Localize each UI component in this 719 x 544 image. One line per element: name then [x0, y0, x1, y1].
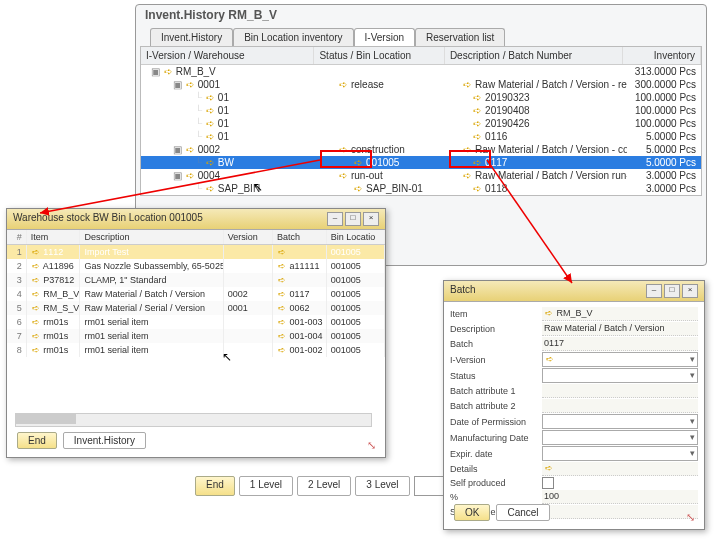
batch-field: DescriptionRaw Material / Batch / Versio… [450, 322, 698, 336]
warehouse-stock-window: Warehouse stock BW Bin Location 001005 –… [6, 208, 386, 458]
batch-field: Batch attribute 1 [450, 384, 698, 398]
warehouse-row[interactable]: 2➪ A11896Gas Nozzle Subassembly, 65-5025… [7, 259, 385, 273]
batch-field: Expir. date ▾ [450, 446, 698, 461]
dropdown-icon: ▾ [690, 416, 695, 426]
warehouse-row[interactable]: 7➪ rm01srm01 serial item➪ 001-004001005 [7, 329, 385, 343]
field-value: 100 [542, 490, 698, 504]
maximize-icon[interactable]: □ [345, 212, 361, 226]
batch-field: I-Version➪ 0002 ▾ [450, 352, 698, 367]
tabstrip: Invent.History Bin Location inventory I-… [150, 28, 505, 46]
grid-row[interactable]: └➪ SAP_BIN➪ SAP_BIN-01➪ 01183.0000 Pcs [141, 182, 701, 195]
grid-row[interactable]: └➪ 01➪ 20190323100.0000 Pcs [141, 91, 701, 104]
field-value[interactable]: Released ▾ [542, 368, 698, 383]
warehouse-row[interactable]: 5➪ RM_S_VRaw Material / Serial / Version… [7, 301, 385, 315]
grid-row[interactable]: └➪ 01➪ 20190426100.0000 Pcs [141, 117, 701, 130]
field-label: % [450, 492, 542, 502]
level1-button[interactable]: 1 Level [239, 476, 293, 496]
batch-field: %100 [450, 490, 698, 504]
field-value[interactable]: 05/06/19 ▾ [542, 430, 698, 445]
dropdown-icon: ▾ [690, 448, 695, 458]
warehouse-row[interactable]: 6➪ rm01srm01 serial item➪ 001-003001005 [7, 315, 385, 329]
field-label: Item [450, 309, 542, 319]
grid-row[interactable]: └➪ BW➪ 001005➪ 01175.0000 Pcs [141, 156, 701, 169]
warehouse-row[interactable]: 8➪ rm01srm01 serial item➪ 001-002001005 [7, 343, 385, 357]
col-batch[interactable]: Batch [273, 230, 327, 244]
field-value: ➪ RM_B_V [542, 307, 698, 321]
tab-i-version[interactable]: I-Version [354, 28, 415, 46]
batch-field: Batch0117 [450, 337, 698, 351]
end-button[interactable]: End [195, 476, 235, 496]
field-value: ➪ [542, 462, 698, 476]
field-value[interactable]: 05/06/19 ▾ [542, 414, 698, 429]
cursor-icon: ↖ [253, 180, 263, 194]
col-inventory[interactable]: Inventory [623, 47, 701, 64]
batch-field: Self produced [450, 477, 698, 489]
col-bin-location[interactable]: Bin Locatio [327, 230, 385, 244]
tab-reservation-list[interactable]: Reservation list [415, 28, 505, 46]
resize-handle-icon[interactable]: ⤡ [367, 439, 379, 451]
field-label: Description [450, 324, 542, 334]
minimize-icon[interactable]: – [327, 212, 343, 226]
inventory-grid: I-Version / Warehouse Status / Bin Locat… [140, 46, 702, 196]
field-label: Status [450, 371, 542, 381]
grid-header: I-Version / Warehouse Status / Bin Locat… [141, 47, 701, 65]
grid-row[interactable]: ▣➪ RM_B_V313.0000 Pcs [141, 65, 701, 78]
cancel-button[interactable]: Cancel [496, 504, 549, 521]
warehouse-end-button[interactable]: End [17, 432, 57, 449]
dropdown-icon: ▾ [690, 370, 695, 380]
batch-window: Batch – □ × Item➪ RM_B_VDescriptionRaw M… [443, 280, 705, 530]
window-title: Invent.History RM_B_V [145, 8, 277, 22]
ok-button[interactable]: OK [454, 504, 490, 521]
batch-field: Manufacturing Date05/06/19 ▾ [450, 430, 698, 445]
col-row-number[interactable]: # [7, 230, 27, 244]
col-iversion-warehouse[interactable]: I-Version / Warehouse [141, 47, 314, 64]
level3-button[interactable]: 3 Level [355, 476, 409, 496]
minimize-icon[interactable]: – [646, 284, 662, 298]
grid-row[interactable]: ▣➪ 0002➪ construction➪ Raw Material / Ba… [141, 143, 701, 156]
warehouse-grid-header: # Item Description Version Batch Bin Loc… [7, 230, 385, 245]
batch-field: Batch attribute 2 [450, 399, 698, 413]
batch-field: Item➪ RM_B_V [450, 307, 698, 321]
resize-handle-icon[interactable]: ⤡ [686, 511, 698, 523]
dropdown-icon: ▾ [690, 354, 695, 364]
tab-invent-history[interactable]: Invent.History [150, 28, 233, 46]
field-label: Self produced [450, 478, 542, 488]
warehouse-row[interactable]: 1➪ 1112Import Test➪ 001005 [7, 245, 385, 259]
dropdown-icon: ▾ [690, 432, 695, 442]
grid-row[interactable]: └➪ 01➪ 01165.0000 Pcs [141, 130, 701, 143]
field-value[interactable]: ▾ [542, 446, 698, 461]
col-version[interactable]: Version [224, 230, 273, 244]
warehouse-row[interactable]: 3➪ P37812CLAMP, 1" Standard➪ 001005 [7, 273, 385, 287]
grid-row[interactable]: ▣➪ 0004➪ run-out➪ Raw Material / Batch /… [141, 169, 701, 182]
maximize-icon[interactable]: □ [664, 284, 680, 298]
close-icon[interactable]: × [682, 284, 698, 298]
col-item[interactable]: Item [27, 230, 81, 244]
field-label: Batch attribute 2 [450, 401, 542, 411]
horizontal-scrollbar[interactable] [15, 413, 372, 427]
field-label: Batch [450, 339, 542, 349]
cursor-icon: ↖ [222, 350, 232, 364]
field-label: Details [450, 464, 542, 474]
field-value [542, 384, 698, 398]
grid-row[interactable]: ▣➪ 0001➪ release➪ Raw Material / Batch /… [141, 78, 701, 91]
col-description-batch[interactable]: Description / Batch Number [445, 47, 623, 64]
checkbox[interactable] [542, 477, 554, 489]
field-label: Date of Permission [450, 417, 542, 427]
batch-field: Details➪ [450, 462, 698, 476]
invent-history-button[interactable]: Invent.History [63, 432, 146, 449]
field-label: Batch attribute 1 [450, 386, 542, 396]
warehouse-row[interactable]: 4➪ RM_B_VRaw Material / Batch / Version0… [7, 287, 385, 301]
field-value [542, 505, 698, 519]
field-value[interactable]: ➪ 0002 ▾ [542, 352, 698, 367]
col-status-binlocation[interactable]: Status / Bin Location [314, 47, 444, 64]
field-label: Expir. date [450, 449, 542, 459]
tab-bin-location-inventory[interactable]: Bin Location inventory [233, 28, 353, 46]
col-description[interactable]: Description [80, 230, 223, 244]
close-icon[interactable]: × [363, 212, 379, 226]
field-value: 0117 [542, 337, 698, 351]
field-label: Manufacturing Date [450, 433, 542, 443]
grid-row[interactable]: └➪ 01➪ 20190408100.0000 Pcs [141, 104, 701, 117]
batch-field: StatusReleased ▾ [450, 368, 698, 383]
level2-button[interactable]: 2 Level [297, 476, 351, 496]
field-value: Raw Material / Batch / Version [542, 322, 698, 336]
